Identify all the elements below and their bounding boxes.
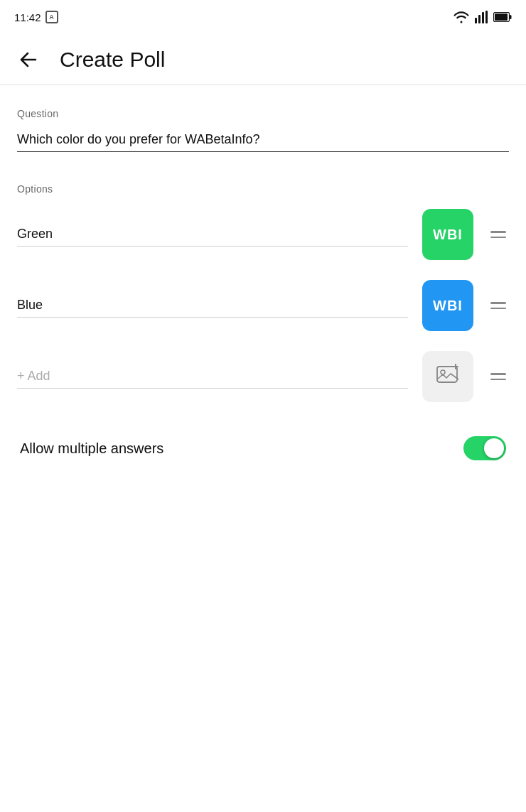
time-display: 11:42 (14, 11, 41, 23)
option-add-drag-handle[interactable] (488, 370, 509, 383)
content: Question Options WBI WBI (0, 85, 526, 492)
wifi-icon (453, 11, 469, 23)
drag-line (490, 302, 506, 304)
keyboard-icon: A (45, 11, 58, 23)
question-section-label: Question (17, 108, 509, 119)
status-time: 11:42 A (14, 11, 58, 23)
multiple-answers-label: Allow multiple answers (20, 440, 163, 457)
signal-icon (475, 11, 488, 23)
status-icons (453, 11, 512, 23)
drag-line (490, 308, 506, 310)
option-row-2: WBI (17, 280, 509, 331)
options-section-label: Options (17, 183, 509, 195)
svg-rect-6 (495, 13, 508, 21)
svg-rect-3 (485, 11, 488, 23)
battery-icon (493, 12, 512, 22)
question-input[interactable] (17, 128, 509, 152)
toggle-knob (484, 438, 504, 458)
option-1-thumb-text: WBI (433, 227, 463, 243)
question-section: Question (17, 108, 509, 178)
back-button[interactable] (14, 45, 43, 74)
option-2-input[interactable] (17, 293, 408, 318)
page-title: Create Poll (60, 48, 165, 72)
add-image-icon (436, 364, 460, 389)
svg-rect-7 (437, 367, 457, 382)
option-add-thumb[interactable] (422, 351, 473, 402)
header: Create Poll (0, 34, 526, 85)
svg-rect-1 (478, 15, 481, 23)
option-row-1: WBI (17, 209, 509, 260)
svg-rect-0 (475, 18, 477, 23)
drag-line (490, 379, 506, 381)
option-add-input[interactable] (17, 364, 408, 389)
option-2-thumb[interactable]: WBI (422, 280, 473, 331)
option-add-input-wrapper (17, 364, 408, 389)
option-1-thumb[interactable]: WBI (422, 209, 473, 260)
option-1-input[interactable] (17, 222, 408, 247)
multiple-answers-row: Allow multiple answers (17, 422, 509, 475)
option-1-drag-handle[interactable] (488, 228, 509, 241)
option-2-drag-handle[interactable] (488, 299, 509, 312)
option-2-thumb-text: WBI (433, 298, 463, 314)
multiple-answers-toggle[interactable] (463, 436, 506, 460)
option-2-input-wrapper (17, 293, 408, 318)
drag-line (490, 237, 506, 239)
drag-line (490, 231, 506, 233)
status-bar: 11:42 A (0, 0, 526, 34)
svg-rect-5 (510, 15, 512, 19)
svg-point-8 (441, 370, 445, 374)
svg-rect-2 (482, 12, 484, 23)
option-1-input-wrapper (17, 222, 408, 247)
options-section: Options WBI WBI (17, 183, 509, 402)
drag-line (490, 373, 506, 375)
option-row-add (17, 351, 509, 402)
